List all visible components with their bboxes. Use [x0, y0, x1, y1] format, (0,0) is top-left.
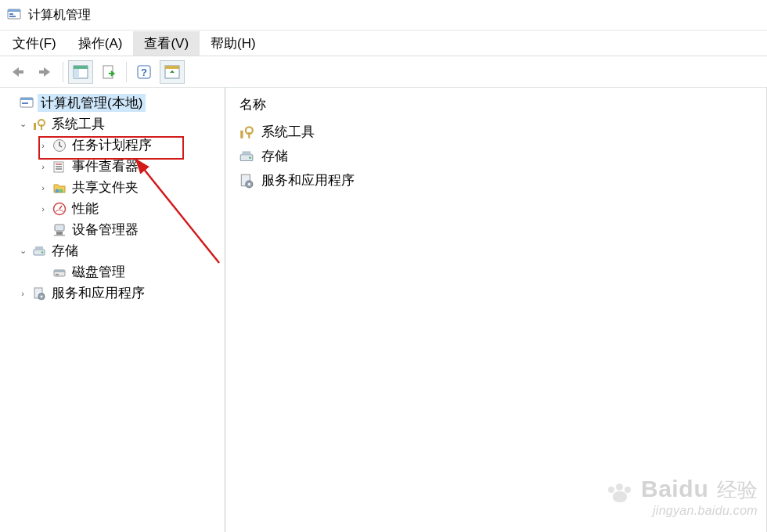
performance-icon	[52, 201, 67, 217]
svg-rect-13	[165, 66, 179, 69]
tools-icon	[31, 117, 47, 132]
forward-button[interactable]	[33, 60, 58, 84]
collapse-icon[interactable]: ⌄	[17, 119, 28, 130]
svg-rect-36	[56, 274, 59, 275]
services-icon	[31, 286, 47, 301]
svg-rect-17	[34, 123, 36, 130]
list-pane[interactable]: 名称 系统工具 存储 服务和应用程序	[225, 88, 767, 532]
tree-device-manager[interactable]: › 设备管理器	[3, 219, 223, 240]
help-button[interactable]: ?	[131, 60, 157, 84]
menu-view[interactable]: 查看(V)	[133, 31, 200, 56]
tree-device-manager-label: 设备管理器	[70, 221, 140, 239]
svg-point-26	[59, 189, 63, 192]
svg-rect-33	[35, 246, 43, 250]
tree-event-viewer[interactable]: › 事件查看器	[3, 156, 223, 177]
tree-root-label: 计算机管理(本地)	[38, 94, 146, 112]
svg-text:?: ?	[141, 66, 147, 78]
svg-rect-30	[54, 235, 65, 236]
tree-storage-label: 存储	[50, 242, 80, 260]
svg-rect-28	[55, 225, 64, 231]
toolbar: ?	[0, 56, 767, 88]
svg-point-44	[249, 156, 251, 159]
list-item-label: 系统工具	[261, 123, 315, 141]
services-icon	[238, 172, 255, 189]
expand-icon[interactable]: ›	[38, 182, 49, 193]
tree-system-tools-label: 系统工具	[50, 115, 106, 133]
menu-help[interactable]: 帮助(H)	[200, 31, 267, 56]
tools-icon	[238, 124, 255, 141]
svg-point-25	[56, 189, 59, 192]
svg-rect-42	[248, 132, 250, 138]
menubar: 文件(F) 操作(A) 查看(V) 帮助(H)	[0, 30, 767, 56]
svg-rect-4	[18, 70, 23, 74]
svg-rect-45	[242, 151, 250, 154]
svg-rect-24	[56, 168, 62, 170]
tree-pane[interactable]: ▾ 计算机管理(本地) ⌄ 系统工具	[0, 88, 225, 532]
list-item-services-apps[interactable]: 服务和应用程序	[232, 168, 763, 192]
tree-storage[interactable]: ⌄ 存储	[3, 240, 223, 261]
svg-rect-7	[74, 66, 88, 69]
tree-services-apps-label: 服务和应用程序	[50, 284, 146, 302]
svg-rect-40	[240, 130, 243, 138]
tree-event-viewer-label: 事件查看器	[70, 157, 140, 175]
svg-rect-35	[54, 270, 65, 272]
list-column-name[interactable]: 名称	[232, 92, 763, 120]
expand-icon[interactable]: ›	[38, 203, 49, 214]
menu-file[interactable]: 文件(F)	[2, 31, 67, 56]
list-item-system-tools[interactable]: 系统工具	[232, 120, 763, 144]
svg-point-48	[248, 183, 250, 185]
svg-rect-2	[9, 13, 13, 15]
storage-icon	[238, 148, 255, 165]
tree-services-apps[interactable]: › 服务和应用程序	[3, 282, 223, 304]
computer-icon	[19, 95, 34, 111]
event-icon	[52, 159, 67, 174]
tree-performance-label: 性能	[70, 200, 100, 217]
tree-task-scheduler[interactable]: › 任务计划程序	[3, 135, 223, 156]
expand-icon[interactable]: ›	[17, 288, 28, 299]
svg-rect-16	[22, 102, 28, 104]
device-icon	[52, 222, 67, 238]
svg-rect-23	[56, 166, 62, 167]
shared-folder-icon	[52, 180, 67, 196]
svg-rect-1	[8, 9, 20, 12]
toolbar-separator	[126, 62, 127, 82]
toolbar-separator	[63, 62, 63, 82]
svg-rect-8	[74, 69, 79, 78]
svg-rect-15	[20, 98, 33, 100]
list-item-label: 存储	[261, 147, 288, 165]
svg-point-32	[41, 251, 44, 253]
tree-disk-management-label: 磁盘管理	[70, 263, 127, 281]
svg-rect-3	[9, 16, 16, 17]
titlebar: 计算机管理	[0, 0, 767, 30]
collapse-icon[interactable]: ⌄	[17, 246, 28, 257]
back-button[interactable]	[5, 60, 30, 84]
show-hide-tree-button[interactable]	[68, 60, 93, 84]
tree-system-tools[interactable]: ⌄ 系统工具	[3, 113, 223, 135]
tree-shared-folders-label: 共享文件夹	[70, 178, 140, 196]
tree-disk-management[interactable]: › 磁盘管理	[3, 261, 223, 282]
tree-root[interactable]: ▾ 计算机管理(本地)	[3, 92, 223, 113]
tree-shared-folders[interactable]: › 共享文件夹	[3, 177, 223, 198]
storage-icon	[31, 243, 47, 259]
app-icon	[6, 7, 22, 23]
clock-icon	[52, 138, 67, 153]
tree-task-scheduler-label: 任务计划程序	[70, 136, 153, 154]
svg-rect-19	[41, 124, 42, 130]
disk-icon	[52, 264, 67, 280]
svg-rect-22	[56, 164, 62, 165]
list-item-storage[interactable]: 存储	[232, 144, 763, 168]
list-item-label: 服务和应用程序	[261, 171, 355, 189]
content-area: ▾ 计算机管理(本地) ⌄ 系统工具	[0, 88, 767, 532]
properties-button[interactable]	[160, 60, 185, 84]
tree-performance[interactable]: › 性能	[3, 198, 223, 219]
svg-point-39	[41, 295, 43, 297]
expand-icon[interactable]: ›	[38, 161, 49, 172]
menu-action[interactable]: 操作(A)	[67, 31, 134, 56]
svg-rect-5	[39, 70, 45, 74]
window-title: 计算机管理	[28, 7, 91, 23]
export-button[interactable]	[96, 60, 121, 84]
expand-icon[interactable]: ›	[38, 140, 49, 151]
